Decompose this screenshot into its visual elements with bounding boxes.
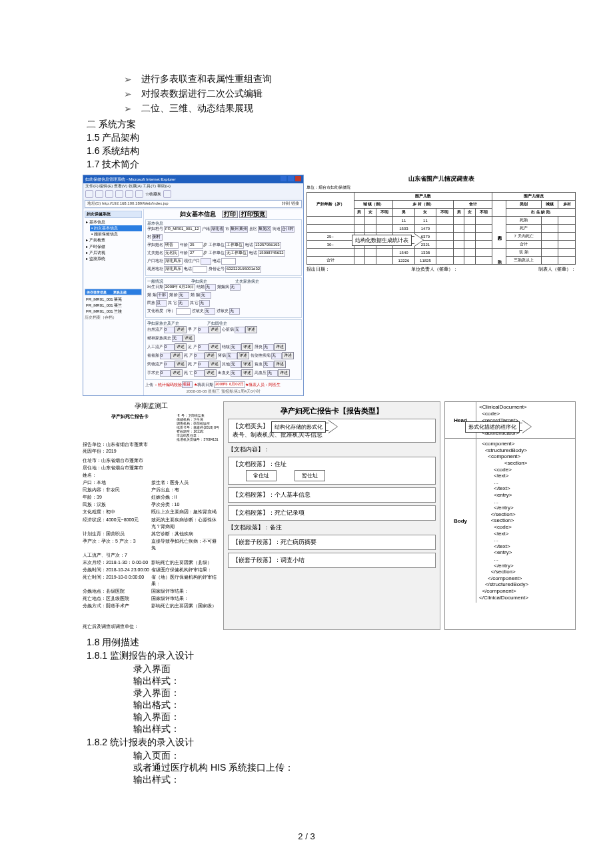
card-input[interactable]: FR_MR01_001_12 (164, 226, 201, 233)
ie-menubar[interactable]: 文件(F) 编辑(E) 查看(V) 收藏(A) 工具(T) 帮助(H) (83, 183, 303, 189)
table-row: 1111围产儿死亡死胎 (307, 217, 576, 225)
kv-left: 分娩地点：县级医院 (83, 588, 151, 595)
minimize-icon[interactable] (281, 176, 287, 181)
legend: 一般情况 (147, 279, 163, 283)
heading-1-8-2: 1.8.2 统计报表的录入设计 (87, 737, 526, 749)
tree-item[interactable]: ▸ 产后访视 (85, 250, 142, 256)
village-select[interactable]: 侧村 (152, 234, 163, 241)
kv-right: 接生者：医务人员 (151, 479, 220, 486)
bullet-item: ➢进行多表联查和表属性重组查询 (124, 73, 526, 85)
husband-name-input[interactable]: 无名氏 (164, 250, 179, 257)
tree-item[interactable]: ▪ 婚前保健信息 (90, 231, 142, 237)
history-icon[interactable] (163, 190, 171, 198)
heading-1-7: 1.7 技术简介 (87, 159, 526, 171)
file-archive-label: 历史档案（存档） (85, 315, 142, 320)
doc-title: 孕产妇死亡报告卡【报告类型】 (228, 406, 436, 416)
tree-item[interactable]: ▸ 产时保健 (85, 244, 142, 250)
bullet-item: ➢对报表数据进行二次公式编辑 (124, 88, 526, 100)
file-tab[interactable]: FR_MR01_001 菜兰 (85, 303, 142, 309)
fieldset-basic: 基本信息 孕妇档号FR_MR01_001_12 户籍湖北省 市莱州 莱州 县区莱… (145, 219, 302, 276)
page-number: 2 / 3 (0, 831, 613, 841)
favorites-label[interactable]: ☆收藏夹 (145, 192, 161, 197)
huji-select[interactable] (201, 258, 211, 265)
unit-input[interactable]: 工作单位 (225, 242, 244, 249)
back-icon[interactable] (85, 190, 93, 198)
kv-left: 文化程度：初中 (83, 509, 151, 515)
status-bar: 2008-08-08 星期三 预报期:第1周4天0小时 (145, 389, 302, 394)
ie-title-text: 妇幼保健信息管理系统 - Microsoft Internet Explorer (85, 177, 176, 182)
print-button[interactable]: 打印 (222, 211, 238, 218)
age-input[interactable]: 25 (189, 242, 203, 249)
id-input[interactable]: 632322195001d32 (225, 266, 261, 273)
kv-left: 孕产次：孕次：5 产次：3 (83, 538, 151, 551)
xian-input[interactable]: 湖北风乐 (164, 266, 183, 273)
xian-phone-input[interactable] (193, 266, 207, 273)
maximize-icon[interactable] (288, 176, 294, 181)
phone-input[interactable]: 13257956193 (254, 242, 281, 249)
arrow-formal-to-program: 形式化描述的程序化 (465, 420, 540, 433)
card-title: 孕产妇死亡报告卡 (83, 413, 177, 441)
kv-left: 经济状况：4000元~8000元 (83, 517, 151, 530)
county-select[interactable]: 莱芜区 (258, 226, 271, 233)
usecase-181-list: 录入界面输出样式：录入界面：输出格式：输入界面：输出样式： (133, 663, 526, 735)
edu-input[interactable] (176, 308, 191, 315)
kv-list: 住址市：山东省烟台市蓬莱市居住地：山东省烟台市蓬莱市姓名：户口：本地接生者：医务… (83, 457, 219, 610)
tab-area[interactable]: 保存登录信息 更换主题 (85, 289, 142, 295)
nav-tree[interactable]: 妇女保健系统 ▸ 基本信息 ▪ 妇女基本信息 ▪ 婚前保健信息 ▸ 产前检查 ▸… (83, 209, 144, 396)
tree-header[interactable]: 妇女保健系统 (85, 211, 142, 218)
ie-toolbar[interactable]: ☆收藏夹 (83, 189, 303, 199)
minzu-select[interactable]: 汉 (156, 300, 167, 307)
tree-item[interactable]: ▸ 基本信息 (85, 219, 142, 225)
tail-label: 死亡后及调查或调查单位： (83, 623, 219, 630)
print-preview-button[interactable]: 打印预览 (239, 211, 267, 218)
phone2-input[interactable] (221, 258, 236, 265)
name-input[interactable]: 明音 (164, 242, 179, 249)
kv-right: 国家级评审结果： (151, 588, 220, 595)
home-icon[interactable] (125, 190, 133, 198)
birth-input[interactable]: 2008年 6月29日 (164, 284, 195, 291)
kv-right: 省级医疗保健机构评审结果： (151, 567, 220, 573)
bullet-text: 对报表数据进行二次公式编辑 (141, 88, 263, 100)
form-title: 妇女基本信息 打印 打印预览 (145, 211, 302, 218)
kv-right: 其它诊断：其他疾病 (151, 531, 220, 537)
file-tab[interactable]: FR_MR01_001 兰陵 (85, 309, 142, 315)
go-button[interactable]: 转到 (282, 201, 290, 205)
ie-window: 妇幼保健信息管理系统 - Microsoft Internet Explorer… (83, 175, 304, 396)
kv-right: 致死的主要疾病诊断：心源性休克？肾病期 (151, 517, 220, 530)
survey-title: 山东省围产儿情况调查表 (306, 175, 576, 183)
tree-item[interactable]: ▸ 产前检查 (85, 237, 142, 243)
husband-age-input[interactable]: 27 (189, 250, 203, 257)
date-input[interactable]: 2008年 6月02日 (214, 381, 245, 388)
prov-select[interactable]: 湖北省 (211, 226, 224, 233)
ie-address-bar[interactable]: 地址(D) http://192.168.100.189/Web/Index.j… (85, 200, 302, 207)
close-icon[interactable] (295, 176, 301, 181)
doc-seg-death: 【文档段落】：死亡记录项 (228, 505, 436, 521)
tree-item[interactable]: ▸ 监测系统 (85, 256, 142, 262)
kv-left: 民族：汉族 (83, 501, 151, 508)
architecture-diagram: 结构化数据生成统计表 结构化存储的形式化 形式化描述的程序化 妇幼保健信息管理系… (83, 175, 576, 630)
marriage-select[interactable]: 干部 (157, 292, 168, 299)
huji-input[interactable]: 湖北风乐 (164, 258, 183, 265)
heading-1-5: 1.5 产品架构 (87, 132, 526, 144)
search-icon[interactable] (135, 190, 143, 198)
forward-icon[interactable] (95, 190, 103, 198)
file-tab[interactable]: FR_MR01_001 莱芜 (85, 297, 142, 303)
bullet-text: 二位、三维、动态结果展现 (141, 103, 253, 115)
husband-phone-input[interactable]: 15098745632 (258, 250, 285, 257)
refresh-icon[interactable] (115, 190, 123, 198)
street-select[interactable]: 合川村 (281, 226, 295, 233)
tree-item-selected[interactable]: ▪ 妇女基本信息 (90, 225, 142, 231)
window-controls[interactable] (279, 176, 301, 183)
kv-left: 民族内容：非农民 (83, 487, 151, 493)
husband-unit-input[interactable]: 无工作单位 (225, 250, 248, 257)
legend: 基本信息 (147, 221, 300, 226)
city-select[interactable]: 莱州 莱州 (230, 226, 249, 233)
links-label[interactable]: 链接 (291, 201, 299, 205)
fieldset-history: 孕妇家族史及产史 产妇既往史 自然流产0详述 早 产0详述 心脏病无详述 精神家… (145, 319, 302, 380)
xml-body-label: Body (445, 439, 476, 603)
kv-left: 居住地：山东省烟台市蓬莱市 (83, 465, 151, 471)
upload-select[interactable]: 项目 (182, 381, 193, 388)
stop-icon[interactable] (105, 190, 113, 198)
jh-select[interactable]: 无 (205, 284, 216, 291)
kv-left: 死亡时间：2019-10-8 0:00:00 (83, 574, 151, 587)
